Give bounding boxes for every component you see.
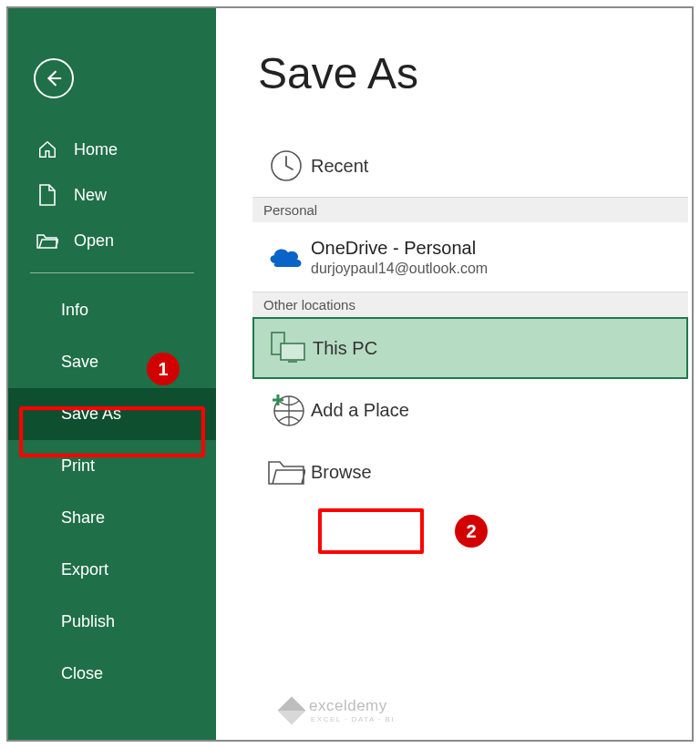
nav-label: New bbox=[74, 186, 107, 205]
folder-open-icon bbox=[36, 231, 59, 250]
nav-label: Home bbox=[74, 140, 118, 159]
save-as-panel: Save As Recent Personal OneDrive - Perso… bbox=[216, 8, 692, 740]
add-place-icon bbox=[262, 391, 311, 429]
clock-icon bbox=[262, 148, 311, 184]
nav-open[interactable]: Open bbox=[8, 218, 216, 263]
nav-save-as[interactable]: Save As bbox=[8, 388, 216, 440]
nav-new[interactable]: New bbox=[8, 172, 216, 218]
nav-share[interactable]: Share bbox=[8, 492, 216, 544]
this-pc-icon bbox=[263, 331, 313, 365]
location-this-pc[interactable]: This PC bbox=[252, 317, 688, 379]
folder-icon bbox=[262, 456, 311, 487]
location-add-place[interactable]: Add a Place bbox=[252, 379, 692, 441]
new-file-icon bbox=[36, 184, 59, 206]
arrow-left-icon bbox=[44, 68, 64, 88]
location-label: This PC bbox=[313, 338, 377, 359]
onedrive-title: OneDrive - Personal bbox=[311, 238, 488, 259]
nav-print[interactable]: Print bbox=[8, 440, 216, 492]
watermark-tagline: EXCEL · DATA · BI bbox=[311, 715, 395, 723]
section-personal: Personal bbox=[252, 197, 688, 222]
watermark-logo-icon bbox=[277, 696, 305, 724]
location-label: Add a Place bbox=[311, 400, 409, 421]
nav-label: Open bbox=[74, 231, 114, 251]
backstage-sidebar: Home New Open Info Save Save As Print Sh… bbox=[8, 8, 216, 740]
nav-publish[interactable]: Publish bbox=[8, 596, 216, 648]
location-label: Recent bbox=[311, 156, 368, 177]
page-title: Save As bbox=[258, 48, 692, 98]
section-other: Other locations bbox=[252, 292, 688, 317]
nav-home[interactable]: Home bbox=[8, 127, 216, 172]
svg-rect-3 bbox=[281, 343, 304, 360]
home-icon bbox=[36, 139, 59, 159]
onedrive-email: durjoypaul14@outlook.com bbox=[311, 261, 488, 277]
nav-save[interactable]: Save bbox=[8, 336, 216, 388]
location-browse[interactable]: Browse bbox=[252, 441, 692, 503]
location-recent[interactable]: Recent bbox=[252, 135, 692, 197]
back-button[interactable] bbox=[34, 58, 74, 98]
nav-close[interactable]: Close bbox=[8, 648, 216, 700]
watermark-brand: exceldemy bbox=[309, 697, 387, 714]
sidebar-divider bbox=[30, 272, 194, 273]
location-label: Browse bbox=[311, 462, 372, 483]
location-onedrive[interactable]: OneDrive - Personal durjoypaul14@outlook… bbox=[252, 222, 692, 292]
nav-export[interactable]: Export bbox=[8, 544, 216, 596]
onedrive-icon bbox=[262, 243, 311, 271]
watermark: exceldemy EXCEL · DATA · BI bbox=[282, 697, 395, 723]
nav-info[interactable]: Info bbox=[8, 284, 216, 336]
